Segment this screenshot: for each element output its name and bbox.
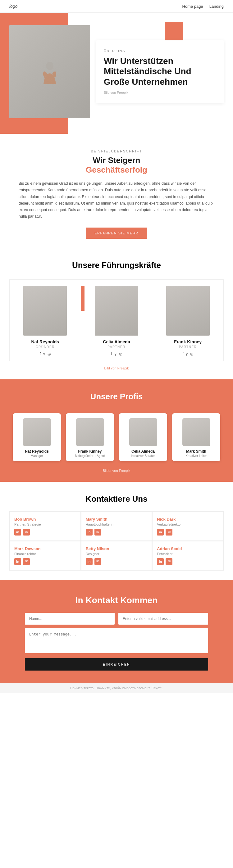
leader-role-1: PARTNER — [108, 345, 125, 349]
leader-name-2: Frank Kinney — [174, 339, 202, 344]
kontakt-name-3: Mark Dowson — [14, 547, 76, 551]
kontakt-icons-5: in ✉ — [157, 558, 219, 565]
kontakt-role-5: Entwickler — [157, 552, 219, 556]
profi-card-0: Nat Reynolds Manager — [13, 413, 61, 461]
instagram-icon[interactable]: ◎ — [119, 352, 122, 356]
linkedin-icon[interactable]: in — [86, 558, 93, 565]
kontakt-icons-3: in ✉ — [14, 558, 76, 565]
profi-card-3: Mark Smith Kreativer Leiter — [172, 413, 220, 461]
leader-socials-1: f y ◎ — [111, 352, 122, 356]
profi-role-2: Kreativer Berater — [123, 454, 164, 458]
name-input[interactable] — [25, 613, 115, 625]
kontakt-name-5: Adrian Scold — [157, 547, 219, 551]
kontakt-icons-1: in ✉ — [86, 529, 148, 535]
twitter-icon[interactable]: y — [115, 352, 117, 356]
email-icon[interactable]: ✉ — [166, 529, 172, 535]
leader-card-2: Frank Kinney PARTNER f y ◎ — [152, 279, 224, 361]
leader-socials-2: f y ◎ — [182, 352, 193, 356]
kontakt-icons-4: in ✉ — [86, 558, 148, 565]
kontakt-card-3: Mark Dowson Finanzdirektor in ✉ — [10, 541, 81, 570]
linkedin-icon[interactable]: in — [157, 558, 164, 565]
form-row-1 — [25, 613, 208, 625]
leader-role-2: PARTNER — [179, 345, 197, 349]
steigern-tag: BEISPIELÜBERSCHRIFT — [19, 149, 214, 153]
linkedin-icon[interactable]: in — [157, 529, 164, 535]
kontakt-role-1: Hauptbuchhalterin — [86, 523, 148, 526]
steigern-body: Bis zu einem gewissen Grad ist es uns ge… — [19, 180, 214, 220]
email-icon[interactable]: ✉ — [23, 558, 30, 565]
steigern-title: Wir Steigern Geschäftserfolg — [19, 156, 214, 175]
kontakt-section: Kontaktiere Uns Bob Brown Partner, Strat… — [0, 482, 233, 580]
message-input[interactable] — [25, 628, 208, 653]
kontakt-name-1: Mary Smith — [86, 517, 148, 522]
profi-name-1: Frank Kinney — [69, 449, 110, 454]
logo: logo — [9, 4, 18, 9]
instagram-icon[interactable]: ◎ — [190, 352, 193, 356]
submit-button[interactable]: EINREICHEN — [25, 658, 208, 671]
leadership-grid: Nat Reynolds GRÜNDER f y ◎ Celia Almeda … — [9, 279, 224, 361]
leader-card-1: Celia Almeda PARTNER f y ◎ — [81, 279, 152, 361]
steigern-btn[interactable]: ERFAHREN SIE MEHR — [86, 227, 147, 239]
kontakt-grid: Bob Brown Partner, Strategie in ✉ Mary S… — [9, 511, 224, 570]
hero-image-placeholder — [9, 25, 90, 118]
profi-role-0: Manager — [17, 454, 57, 458]
kontakt-card-1: Mary Smith Hauptbuchhalterin in ✉ — [81, 512, 152, 541]
kontakt-icons-2: in ✉ — [157, 529, 219, 535]
profi-name-3: Mark Smith — [176, 449, 216, 454]
profis-grid: Nat Reynolds Manager Frank Kinney Mitbeg… — [6, 411, 227, 464]
form-title: In Kontakt Kommen — [25, 595, 208, 606]
facebook-icon[interactable]: f — [40, 352, 41, 356]
kontakt-role-2: Verkaufsdirektor — [157, 523, 219, 526]
leader-image-0 — [23, 286, 67, 336]
kontakt-role-0: Partner, Strategie — [14, 523, 76, 526]
hero-title: Wir Unterstützen Mittelständische Und Gr… — [104, 56, 216, 87]
steigern-section: BEISPIELÜBERSCHRIFT Wir Steigern Geschäf… — [0, 134, 233, 248]
linkedin-icon[interactable]: in — [14, 558, 21, 565]
leader-socials-0: f y ◎ — [40, 352, 51, 356]
hero-section: ÜBER UNS Wir Unterstützen Mittelständisc… — [0, 13, 233, 134]
twitter-icon[interactable]: y — [186, 352, 187, 356]
navigation: logo Home page Landing — [0, 0, 233, 13]
leader-image-1 — [95, 286, 138, 336]
leadership-section: Unsere Führungskräfte Nat Reynolds GRÜND… — [0, 248, 233, 379]
profis-note: Bilder von Freepik — [6, 469, 227, 472]
linkedin-icon[interactable]: in — [14, 529, 21, 535]
kontakt-icons-0: in ✉ — [14, 529, 76, 535]
profi-image-2 — [129, 418, 157, 446]
kontakt-card-4: Betty Nilson Designer in ✉ — [81, 541, 152, 570]
hero-source: Bild von Freepik — [104, 91, 216, 94]
profi-name-2: Celia Almeda — [123, 449, 164, 454]
email-icon[interactable]: ✉ — [23, 529, 30, 535]
kontakt-name-0: Bob Brown — [14, 517, 76, 522]
profi-role-1: Mitbegründer + Agent — [69, 454, 110, 458]
instagram-icon[interactable]: ◎ — [48, 352, 51, 356]
hero-tag: ÜBER UNS — [104, 49, 216, 53]
profi-name-0: Nat Reynolds — [17, 449, 57, 454]
profi-card-1: Frank Kinney Mitbegründer + Agent — [66, 413, 114, 461]
kontakt-card-5: Adrian Scold Entwickler in ✉ — [152, 541, 223, 570]
kontakt-title: Kontaktiere Uns — [9, 494, 224, 504]
profi-role-3: Kreativer Leiter — [176, 454, 216, 458]
email-icon[interactable]: ✉ — [94, 558, 101, 565]
profis-title: Unsere Profis — [6, 392, 227, 401]
email-icon[interactable]: ✉ — [166, 558, 172, 565]
hero-image — [9, 25, 90, 118]
footer-note: Пример текста. Нажмите, чтобы выбрать эл… — [0, 683, 233, 693]
facebook-icon[interactable]: f — [111, 352, 112, 356]
profi-card-2: Celia Almeda Kreativer Berater — [119, 413, 167, 461]
nav-home[interactable]: Home page — [182, 4, 203, 9]
email-icon[interactable]: ✉ — [94, 529, 101, 535]
kontakt-name-2: Nick Dark — [157, 517, 219, 522]
profi-image-0 — [23, 418, 51, 446]
email-input[interactable] — [118, 613, 208, 625]
nav-landing[interactable]: Landing — [209, 4, 224, 9]
linkedin-icon[interactable]: in — [86, 529, 93, 535]
profi-image-1 — [76, 418, 104, 446]
nav-links: Home page Landing — [182, 4, 224, 9]
facebook-icon[interactable]: f — [182, 352, 183, 356]
kontakt-card-0: Bob Brown Partner, Strategie in ✉ — [10, 512, 81, 541]
kontakt-role-3: Finanzdirektor — [14, 552, 76, 556]
leader-role-0: GRÜNDER — [36, 345, 55, 349]
twitter-icon[interactable]: y — [43, 352, 45, 356]
leader-image-2 — [166, 286, 210, 336]
